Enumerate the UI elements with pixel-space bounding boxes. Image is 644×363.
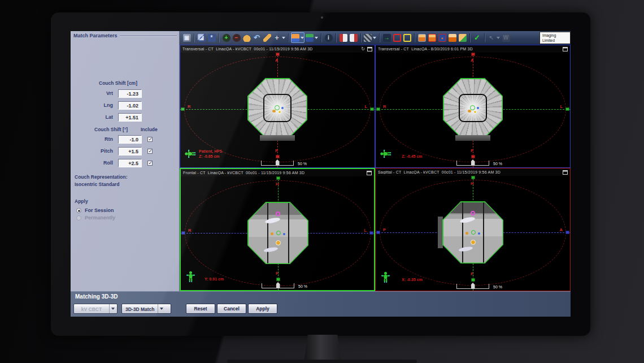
windowing-icon[interactable]	[291, 32, 304, 43]
reset-button[interactable]: Reset	[186, 304, 215, 314]
maximize-icon[interactable]	[367, 171, 372, 175]
rtn-include-checkbox[interactable]	[147, 137, 153, 142]
undo-icon[interactable]: ↶	[252, 32, 262, 43]
maximize-icon[interactable]	[563, 47, 568, 51]
marker-blue	[478, 232, 480, 235]
badge-line2: Limited	[542, 38, 570, 44]
orientation-label-left: R	[383, 104, 386, 109]
isocenter-marker	[470, 105, 475, 110]
viewport-canvas[interactable]: A P R L	[180, 53, 375, 167]
axis-marker-top[interactable]	[276, 176, 280, 180]
cancel-button[interactable]: Cancel	[217, 304, 246, 314]
save-icon[interactable]: ▣	[182, 32, 192, 43]
viewport-grid: Transversal - CT_LinacQA - kVCBCT_00c01 …	[180, 45, 571, 291]
viewport-header[interactable]: Sagittal - CT_LinacQA - kVCBCT_00c01 - 1…	[376, 168, 570, 176]
lng-value-field[interactable]: -1.02	[118, 101, 142, 110]
report-images-icon[interactable]	[338, 32, 348, 43]
image-settings-icon[interactable]: *	[207, 32, 216, 43]
roll-include-checkbox[interactable]	[147, 161, 153, 166]
lat-value-field[interactable]: +1.51	[118, 113, 142, 122]
for-session-radio[interactable]	[76, 208, 81, 213]
apply-button[interactable]: Apply	[248, 304, 277, 314]
measure-ruler-icon[interactable]	[262, 32, 272, 43]
axis-marker-bottom[interactable]	[471, 278, 475, 282]
zoom-in-icon[interactable]: +	[221, 32, 231, 43]
viewport-canvas[interactable]: H F R L	[181, 176, 374, 290]
vrt-value-field[interactable]: -1.23	[118, 89, 142, 98]
rtn-value-field[interactable]: -1.0	[118, 135, 142, 144]
couch-bar	[455, 135, 490, 141]
axis-marker-left[interactable]	[181, 107, 185, 111]
axis-marker-right[interactable]	[369, 231, 373, 235]
image-contrast-icon[interactable]: ◪	[197, 32, 206, 43]
maximize-icon[interactable]	[367, 47, 372, 51]
layout-wide-icon[interactable]	[447, 32, 457, 43]
roi-polygon-icon[interactable]	[402, 32, 412, 43]
axis-marker-left[interactable]	[376, 107, 380, 111]
axis-marker-bottom[interactable]	[276, 278, 280, 281]
viewport-canvas[interactable]: H F P A	[376, 176, 570, 291]
viewport-header[interactable]: Frontal - CT_LinacQA - kVCBCT_00c01 - 11…	[181, 169, 374, 176]
axis-marker-left[interactable]	[376, 231, 380, 234]
isocenter-marker	[276, 231, 281, 235]
viewport-header[interactable]: Transversal - CT_LinacQA - kVCBCT_00c01 …	[180, 45, 375, 53]
axis-marker-top[interactable]	[471, 53, 475, 56]
blend-checker-icon[interactable]	[363, 32, 377, 43]
accept-icon[interactable]: ✓	[472, 32, 482, 43]
axis-marker-right[interactable]	[565, 231, 569, 234]
reload-icon[interactable]: ↻	[361, 47, 365, 51]
axis-marker-top[interactable]	[276, 53, 280, 56]
slider-thumb[interactable]	[276, 282, 280, 288]
viewport-canvas[interactable]: A P R L	[376, 53, 570, 167]
layout-inset-icon[interactable]: ▪	[437, 32, 447, 43]
monitor-bezel: Match Parameters Couch Shift [cm] Vrt -1…	[51, 12, 590, 336]
roll-value-field[interactable]: +2.5	[118, 159, 142, 167]
axis-marker-bottom[interactable]	[276, 155, 280, 158]
slice-slider[interactable]	[261, 161, 294, 166]
pitch-include-checkbox[interactable]	[147, 149, 153, 154]
layout-stack-icon[interactable]	[427, 32, 437, 43]
modality-select[interactable]: kV CBCT	[73, 304, 118, 314]
maximize-icon[interactable]	[563, 170, 568, 175]
layout-compare-icon[interactable]	[458, 32, 467, 43]
move-crosshair-icon[interactable]: +	[272, 32, 286, 43]
waveform-icon[interactable]: W	[501, 32, 511, 43]
orientation-label-right: A	[560, 227, 563, 232]
permanently-radio[interactable]	[76, 215, 81, 221]
report-lab-icon[interactable]	[349, 32, 358, 43]
layout-single-icon[interactable]	[417, 32, 427, 43]
axis-marker-right[interactable]	[565, 107, 569, 111]
match-mode-select[interactable]: 3D-3D Match	[121, 304, 171, 314]
axis-marker-right[interactable]	[370, 107, 374, 111]
isocenter-marker	[275, 105, 280, 110]
info-icon[interactable]: i	[324, 32, 333, 43]
chevron-down-icon[interactable]	[109, 304, 116, 313]
chevron-down-icon[interactable]	[158, 304, 165, 313]
marker-orange-ring	[471, 240, 476, 245]
for-session-label: For Session	[85, 208, 114, 213]
slider-thumb[interactable]	[471, 283, 475, 288]
roi-rectangle-icon[interactable]	[392, 32, 402, 43]
orientation-label-bottom: P	[275, 148, 278, 153]
marker-orange	[465, 232, 468, 235]
slider-thumb[interactable]	[276, 159, 280, 165]
pointer-icon[interactable]: ↖	[487, 32, 501, 43]
marker-blue	[283, 233, 285, 235]
pan-hand-icon[interactable]	[242, 32, 251, 43]
lng-label: Lng	[73, 102, 113, 108]
display-layers-icon[interactable]	[305, 32, 319, 43]
marker-yellow	[473, 110, 477, 114]
zoom-out-icon[interactable]: −	[232, 32, 241, 43]
pitch-value-field[interactable]: +1.5	[118, 147, 142, 155]
viewport-header[interactable]: Transversal - CT_LinacQA - 8/30/2019 6:0…	[376, 45, 570, 53]
marker-orange	[271, 232, 273, 235]
axis-marker-left[interactable]	[181, 231, 185, 235]
slice-slider[interactable]	[262, 283, 294, 288]
slider-thumb[interactable]	[471, 159, 475, 165]
axis-marker-bottom[interactable]	[471, 155, 475, 158]
orientation-label-bottom: F	[471, 271, 473, 276]
slice-slider[interactable]	[456, 284, 489, 289]
slice-slider[interactable]	[456, 161, 489, 166]
axis-marker-top[interactable]	[471, 176, 475, 179]
split-view-icon[interactable]: →	[382, 32, 391, 43]
